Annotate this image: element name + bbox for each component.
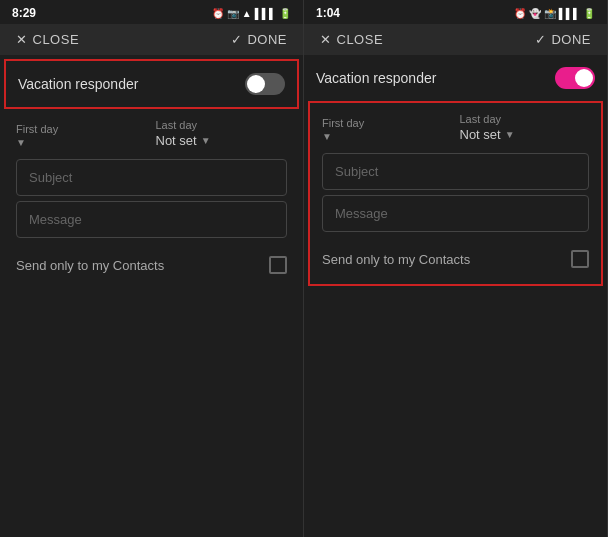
right-form: First day ▼ Last day Not set ▼ Subject bbox=[308, 101, 603, 286]
left-close-label: CLOSE bbox=[33, 32, 80, 47]
left-day-row: First day ▼ Last day Not set ▼ bbox=[16, 109, 287, 154]
right-last-day-field: Last day Not set ▼ bbox=[460, 113, 590, 142]
left-last-day-chevron: ▼ bbox=[201, 135, 211, 146]
right-subject-field[interactable]: Subject bbox=[322, 153, 589, 190]
left-last-day-label: Last day bbox=[156, 119, 288, 131]
left-message-field[interactable]: Message bbox=[16, 201, 287, 238]
right-snapchat-icon: 👻 bbox=[529, 8, 541, 19]
right-subject-placeholder: Subject bbox=[335, 164, 378, 179]
right-vacation-row: Vacation responder bbox=[304, 55, 607, 101]
left-status-icons: ⏰ 📷 ▲ ▌▌▌ 🔋 bbox=[212, 8, 291, 19]
left-vacation-row: Vacation responder bbox=[4, 59, 299, 109]
right-first-day-value[interactable]: ▼ bbox=[322, 131, 452, 142]
right-camera2-icon: 📸 bbox=[544, 8, 556, 19]
left-last-day-field: Last day Not set ▼ bbox=[156, 119, 288, 148]
left-close-icon: ✕ bbox=[16, 32, 28, 47]
left-close-button[interactable]: ✕ CLOSE bbox=[16, 32, 79, 47]
right-message-field[interactable]: Message bbox=[322, 195, 589, 232]
right-battery-icon: 🔋 bbox=[583, 8, 595, 19]
left-first-day-label: First day bbox=[16, 123, 148, 135]
left-content: Vacation responder First day ▼ Last day … bbox=[0, 55, 303, 537]
left-form: First day ▼ Last day Not set ▼ Subject bbox=[0, 109, 303, 286]
right-alarm-icon: ⏰ bbox=[514, 8, 526, 19]
left-first-day-field: First day ▼ bbox=[16, 123, 148, 148]
left-time: 8:29 bbox=[12, 6, 36, 20]
right-message-placeholder: Message bbox=[335, 206, 388, 221]
right-done-icon: ✓ bbox=[535, 32, 547, 47]
right-signal2-icon: ▌▌▌ bbox=[559, 8, 580, 19]
right-last-day-label: Last day bbox=[460, 113, 590, 125]
left-send-only-row: Send only to my Contacts bbox=[16, 244, 287, 286]
right-first-day-label: First day bbox=[322, 117, 452, 129]
right-day-row: First day ▼ Last day Not set ▼ bbox=[322, 103, 589, 148]
left-subject-placeholder: Subject bbox=[29, 170, 72, 185]
right-time: 1:04 bbox=[316, 6, 340, 20]
right-content: Vacation responder First day ▼ Last day … bbox=[304, 55, 607, 537]
right-first-day-field: First day ▼ bbox=[322, 117, 452, 142]
left-send-only-checkbox[interactable] bbox=[269, 256, 287, 274]
left-done-label: DONE bbox=[247, 32, 287, 47]
right-send-only-row: Send only to my Contacts bbox=[322, 238, 589, 280]
right-top-bar: ✕ CLOSE ✓ DONE bbox=[304, 24, 607, 55]
right-last-day-value[interactable]: Not set ▼ bbox=[460, 127, 590, 142]
right-status-icons: ⏰ 👻 📸 ▌▌▌ 🔋 bbox=[514, 8, 595, 19]
right-last-day-not-set: Not set bbox=[460, 127, 501, 142]
right-first-day-chevron: ▼ bbox=[322, 131, 332, 142]
right-last-day-chevron: ▼ bbox=[505, 129, 515, 140]
left-status-bar: 8:29 ⏰ 📷 ▲ ▌▌▌ 🔋 bbox=[0, 0, 303, 24]
camera-icon: 📷 bbox=[227, 8, 239, 19]
signal-icon: ▌▌▌ bbox=[255, 8, 276, 19]
wifi-icon: 🔋 bbox=[279, 8, 291, 19]
right-close-icon: ✕ bbox=[320, 32, 332, 47]
right-done-button[interactable]: ✓ DONE bbox=[535, 32, 591, 47]
right-panel: 1:04 ⏰ 👻 📸 ▌▌▌ 🔋 ✕ CLOSE ✓ DONE Vacation… bbox=[304, 0, 608, 537]
cloud-icon: ▲ bbox=[242, 8, 252, 19]
left-toggle-knob bbox=[247, 75, 265, 93]
right-done-label: DONE bbox=[551, 32, 591, 47]
left-last-day-not-set: Not set bbox=[156, 133, 197, 148]
left-vacation-toggle[interactable] bbox=[245, 73, 285, 95]
left-done-button[interactable]: ✓ DONE bbox=[231, 32, 287, 47]
right-send-only-label: Send only to my Contacts bbox=[322, 252, 470, 267]
alarm-icon: ⏰ bbox=[212, 8, 224, 19]
right-toggle-knob bbox=[575, 69, 593, 87]
right-close-button[interactable]: ✕ CLOSE bbox=[320, 32, 383, 47]
right-status-bar: 1:04 ⏰ 👻 📸 ▌▌▌ 🔋 bbox=[304, 0, 607, 24]
left-message-placeholder: Message bbox=[29, 212, 82, 227]
left-last-day-value[interactable]: Not set ▼ bbox=[156, 133, 288, 148]
right-send-only-checkbox[interactable] bbox=[571, 250, 589, 268]
left-vacation-label: Vacation responder bbox=[18, 76, 138, 92]
left-subject-field[interactable]: Subject bbox=[16, 159, 287, 196]
right-vacation-label: Vacation responder bbox=[316, 70, 436, 86]
left-first-day-value[interactable]: ▼ bbox=[16, 137, 148, 148]
left-done-icon: ✓ bbox=[231, 32, 243, 47]
left-top-bar: ✕ CLOSE ✓ DONE bbox=[0, 24, 303, 55]
left-first-day-chevron: ▼ bbox=[16, 137, 26, 148]
right-close-label: CLOSE bbox=[337, 32, 384, 47]
left-panel: 8:29 ⏰ 📷 ▲ ▌▌▌ 🔋 ✕ CLOSE ✓ DONE Vacation… bbox=[0, 0, 304, 537]
right-vacation-toggle[interactable] bbox=[555, 67, 595, 89]
left-send-only-label: Send only to my Contacts bbox=[16, 258, 164, 273]
